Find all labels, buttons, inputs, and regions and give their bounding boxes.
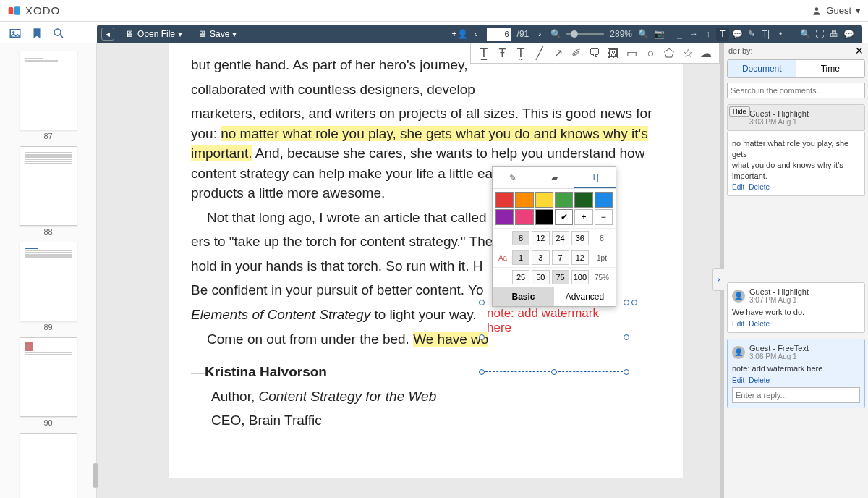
add-color-button[interactable]: + — [574, 209, 592, 225]
comment-thread[interactable]: Hide Guest - Highlight3:03 PM Aug 1 — [727, 104, 865, 131]
tab-document[interactable]: Document — [728, 60, 796, 77]
color-green[interactable] — [555, 192, 573, 208]
edit-link[interactable]: Edit — [732, 320, 744, 328]
thumb-89[interactable] — [20, 242, 77, 321]
image-icon[interactable]: 🖼 — [606, 46, 621, 61]
pt-12[interactable]: 12 — [571, 250, 589, 265]
document-viewport[interactable]: but gentle hand. As part of her hero's j… — [97, 43, 723, 498]
resize-handle[interactable] — [631, 300, 637, 305]
op-25[interactable]: 25 — [512, 270, 529, 284]
collapse-sidebar-icon[interactable]: ◂ — [101, 28, 114, 41]
resize-handle[interactable] — [624, 334, 629, 340]
star-icon[interactable]: ☆ — [681, 46, 695, 61]
color-blue[interactable] — [595, 192, 613, 208]
pt-3[interactable]: 3 — [532, 250, 549, 265]
freetext-tool-icon[interactable]: T| — [760, 28, 773, 41]
fit-width-icon[interactable]: ↔ — [687, 28, 700, 41]
stroke-tab[interactable]: ✎ — [493, 167, 534, 188]
text-tool-icon[interactable]: T — [716, 28, 729, 41]
open-file-button[interactable]: 🖥 Open File ▾ — [120, 27, 187, 41]
text-style-tab[interactable]: T| — [574, 167, 616, 188]
underline-t-icon[interactable]: T̲ — [477, 46, 491, 61]
color-darkgreen[interactable] — [574, 192, 592, 208]
image-panel-icon[interactable] — [9, 27, 22, 40]
expand-panel-icon[interactable]: › — [712, 268, 724, 291]
zoom-in-icon[interactable]: 🔍 — [638, 29, 648, 39]
save-button[interactable]: 🖥 Save ▾ — [192, 27, 241, 41]
op-50[interactable]: 50 — [532, 270, 549, 284]
resize-handle[interactable] — [479, 334, 485, 340]
fullscreen-icon[interactable]: ⛶ — [813, 28, 826, 41]
arrow-icon[interactable]: ↗ — [550, 46, 565, 61]
fill-tab[interactable]: ▰ — [534, 167, 575, 188]
line-icon[interactable]: ╱ — [532, 46, 547, 61]
resize-handle[interactable] — [624, 300, 629, 305]
color-selected[interactable]: ✔ — [555, 209, 573, 225]
highlight[interactable]: We have wo — [413, 332, 488, 347]
remove-color-button[interactable]: − — [595, 209, 613, 225]
edit-link[interactable]: Edit — [732, 183, 744, 191]
close-icon[interactable]: ✕ — [855, 45, 864, 56]
bookmark-icon[interactable] — [30, 27, 43, 40]
pen-tool-icon[interactable]: ✎ — [745, 28, 758, 41]
page-input[interactable] — [487, 28, 511, 41]
polygon-icon[interactable]: ⬠ — [662, 46, 676, 61]
resize-handle[interactable] — [479, 300, 485, 305]
color-yellow[interactable] — [535, 192, 553, 208]
search-icon[interactable] — [52, 27, 65, 40]
more-tools-icon[interactable]: • — [774, 28, 787, 41]
resize-handle[interactable] — [624, 369, 629, 375]
squiggly-t-icon[interactable]: T̰ — [514, 46, 528, 61]
next-page-icon[interactable]: › — [535, 29, 545, 39]
op-75[interactable]: 75 — [552, 270, 569, 284]
circle-icon[interactable]: ○ — [643, 46, 658, 61]
delete-link[interactable]: Delete — [749, 183, 770, 191]
comment-tool-icon[interactable]: 💬 — [731, 28, 744, 41]
advanced-tab[interactable]: Advanced — [554, 287, 616, 306]
hide-button[interactable]: Hide — [729, 106, 750, 117]
thumb-91[interactable] — [20, 433, 77, 498]
thumb-87[interactable] — [20, 51, 77, 130]
rect-icon[interactable]: ▭ — [625, 46, 639, 61]
comment-body-block[interactable]: no matter what role you play, she gets w… — [727, 131, 865, 196]
color-pink[interactable] — [515, 209, 533, 225]
basic-tab[interactable]: Basic — [493, 287, 554, 306]
freetext-annotation[interactable]: note: add watermark here — [482, 303, 626, 372]
size-24[interactable]: 24 — [552, 231, 569, 245]
strike-t-icon[interactable]: Ŧ — [495, 46, 510, 61]
zoom-out-icon[interactable]: 🔍 — [550, 29, 561, 39]
freetext-content[interactable]: note: add watermark here — [482, 303, 626, 338]
pt-7[interactable]: 7 — [552, 250, 569, 265]
thumb-90[interactable] — [20, 337, 77, 417]
edit-link[interactable]: Edit — [732, 376, 744, 384]
cloud-icon[interactable]: ☁ — [699, 46, 713, 61]
tab-time[interactable]: Time — [796, 60, 865, 77]
delete-link[interactable]: Delete — [749, 376, 770, 384]
comment-thread[interactable]: 👤Guest - Highlight3:07 PM Aug 1 We have … — [727, 282, 865, 333]
color-orange[interactable] — [515, 192, 533, 208]
signature-icon[interactable]: ✐ — [569, 46, 584, 61]
zoom-slider[interactable] — [566, 33, 604, 35]
comment-thread-selected[interactable]: 👤Guest - FreeText3:06 PM Aug 1 note: add… — [727, 339, 865, 408]
pt-1[interactable]: 1 — [512, 250, 529, 265]
pan-tool-icon[interactable]: ⎯ — [673, 28, 686, 41]
callout-icon[interactable]: 🗨 — [588, 46, 603, 61]
camera-icon[interactable]: 📷 — [654, 29, 664, 39]
select-icon[interactable]: ↑ — [702, 28, 715, 41]
comment-search-input[interactable] — [727, 83, 865, 98]
sidebar-drag-handle[interactable] — [93, 463, 98, 488]
color-black[interactable] — [535, 209, 553, 225]
print-icon[interactable]: 🖶 — [827, 28, 841, 41]
color-purple[interactable] — [495, 209, 514, 225]
delete-link[interactable]: Delete — [749, 320, 770, 328]
size-8[interactable]: 8 — [512, 231, 529, 245]
prev-page-icon[interactable]: ‹ — [471, 29, 481, 39]
chat-panel-icon[interactable]: 💬 — [842, 28, 855, 41]
size-12[interactable]: 12 — [532, 231, 549, 245]
reply-input[interactable] — [732, 387, 860, 403]
size-36[interactable]: 36 — [571, 231, 589, 245]
add-user-icon[interactable]: +👤 — [455, 29, 465, 39]
resize-handle[interactable] — [551, 369, 557, 375]
thumb-88[interactable] — [20, 146, 77, 226]
user-menu[interactable]: Guest ▾ — [812, 5, 861, 16]
